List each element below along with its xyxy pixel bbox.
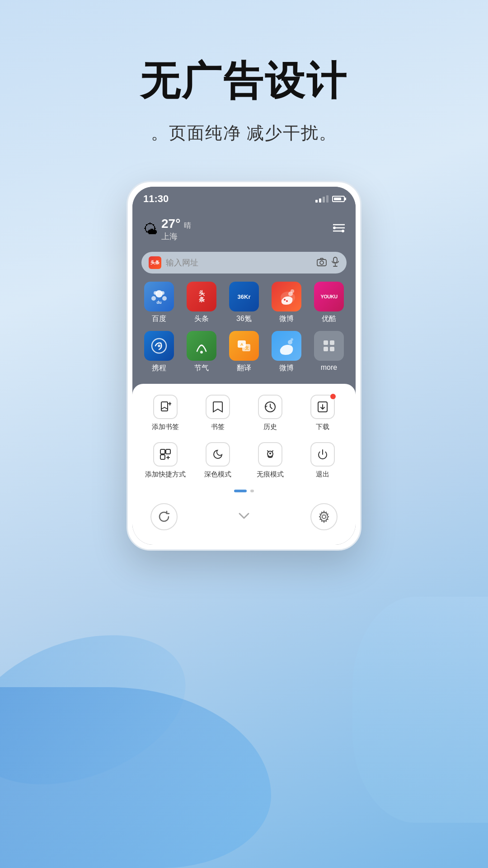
baidu-label: 百度 <box>152 314 166 324</box>
svg-point-18 <box>291 289 294 293</box>
add-bookmark-icon <box>153 395 178 419</box>
svg-point-12 <box>162 296 167 301</box>
weather-icon: 🌤 <box>143 221 158 238</box>
svg-text:A: A <box>240 342 244 347</box>
menu-download[interactable]: 下载 <box>299 395 347 431</box>
app-baidu[interactable]: du 百度 <box>141 282 177 324</box>
svg-rect-42 <box>160 455 165 459</box>
svg-point-4 <box>342 230 344 232</box>
svg-point-11 <box>151 296 156 301</box>
bottom-bar <box>141 500 347 536</box>
app-grid: du 百度 头条 头条 36Kr <box>141 280 347 375</box>
dark-mode-label: 深色模式 <box>204 470 231 479</box>
status-bar: 11:30 <box>132 187 356 208</box>
weather-city: 上海 <box>161 231 178 242</box>
incognito-icon <box>258 442 282 467</box>
exit-icon <box>310 442 335 467</box>
bg-decoration-3 <box>352 597 488 823</box>
36kr-icon: 36Kr <box>229 282 259 311</box>
phone-screen: 11:30 🌤 <box>132 187 356 545</box>
history-icon <box>258 395 282 419</box>
app-jieqi[interactable]: 节气 <box>184 331 219 373</box>
download-badge <box>330 394 336 399</box>
app-xiecheng[interactable]: 携程 <box>141 331 177 373</box>
download-icon <box>310 395 335 419</box>
add-bookmark-label: 添加书签 <box>152 423 179 431</box>
svg-rect-5 <box>317 259 326 266</box>
app-36kr[interactable]: 36Kr 36氪 <box>226 282 262 324</box>
svg-point-50 <box>322 515 326 519</box>
jieqi-label: 节气 <box>194 363 209 373</box>
download-label: 下载 <box>316 423 329 431</box>
search-bar[interactable]: 头条 输入网址 <box>141 252 347 274</box>
svg-rect-40 <box>160 449 165 454</box>
exit-label: 退出 <box>316 470 329 479</box>
fanyi-label: 翻译 <box>237 363 251 373</box>
svg-point-22 <box>158 344 160 347</box>
bottom-menu-row2: 添加快捷方式 深色模式 <box>141 442 347 479</box>
svg-point-13 <box>154 291 157 295</box>
weather-label: 晴 <box>184 221 191 231</box>
menu-history[interactable]: 历史 <box>246 395 294 431</box>
svg-text:文: 文 <box>245 346 249 350</box>
bottom-sheet: 添加书签 书签 <box>132 384 356 545</box>
history-label: 历史 <box>263 423 277 431</box>
more-icon <box>314 331 344 361</box>
svg-rect-33 <box>330 347 334 351</box>
menu-add-bookmark[interactable]: 添加书签 <box>141 395 189 431</box>
menu-dark-mode[interactable]: 深色模式 <box>194 442 242 479</box>
camera-icon[interactable] <box>317 257 327 269</box>
svg-point-3 <box>333 226 336 229</box>
chevron-down-icon[interactable] <box>237 510 251 523</box>
page-dot-active <box>234 490 247 492</box>
xiecheng-icon <box>144 331 174 361</box>
fanyi-icon: A 文 <box>229 331 259 361</box>
refresh-button[interactable] <box>150 503 178 530</box>
svg-point-29 <box>291 338 293 341</box>
svg-point-14 <box>161 291 164 295</box>
app-more[interactable]: more <box>311 331 347 373</box>
youku-icon: YOUKU <box>314 282 344 311</box>
svg-point-6 <box>320 261 324 264</box>
app-fanyi[interactable]: A 文 翻译 <box>226 331 262 373</box>
search-placeholder: 输入网址 <box>166 257 312 268</box>
dark-mode-icon <box>206 442 230 467</box>
svg-rect-41 <box>166 449 170 454</box>
jieqi-icon <box>187 331 216 361</box>
mic-icon[interactable] <box>331 257 339 269</box>
subtitle: 。页面纯净 减少干扰。 <box>151 122 338 145</box>
menu-bookmark[interactable]: 书签 <box>194 395 242 431</box>
add-shortcut-icon <box>153 442 178 467</box>
menu-incognito[interactable]: 无痕模式 <box>246 442 294 479</box>
36kr-label: 36氪 <box>236 314 252 324</box>
settings-button[interactable] <box>333 223 345 235</box>
baidu-icon: du <box>144 282 174 311</box>
settings-button-bottom[interactable] <box>310 503 338 530</box>
weather-temp: 27° <box>161 217 180 231</box>
toutiao-label: 头条 <box>194 314 209 324</box>
menu-add-shortcut[interactable]: 添加快捷方式 <box>141 442 189 479</box>
svg-line-47 <box>267 451 268 452</box>
svg-text:du: du <box>157 300 162 305</box>
signal-icon <box>315 195 328 203</box>
app-weibo2[interactable]: 微博 <box>269 331 304 373</box>
app-weibo1[interactable]: 微博 <box>269 282 304 324</box>
battery-icon <box>332 196 345 202</box>
page-indicator <box>141 490 347 492</box>
svg-rect-32 <box>324 347 328 351</box>
app-toutiao[interactable]: 头条 头条 <box>184 282 219 324</box>
youku-label: 优酷 <box>322 314 336 324</box>
app-youku[interactable]: YOUKU 优酷 <box>311 282 347 324</box>
bookmark-label: 书签 <box>211 423 225 431</box>
page-dot-inactive <box>250 490 254 492</box>
weather-row: 🌤 27° 晴 上海 <box>141 213 347 245</box>
weather-left: 🌤 27° 晴 上海 <box>143 217 191 242</box>
svg-point-19 <box>284 299 286 301</box>
svg-point-46 <box>269 453 271 454</box>
menu-exit[interactable]: 退出 <box>299 442 347 479</box>
weibo2-icon <box>272 331 301 361</box>
bookmark-icon <box>206 395 230 419</box>
status-time: 11:30 <box>143 193 169 205</box>
phone-mockup: 11:30 🌤 <box>127 181 361 551</box>
status-icons <box>315 195 345 203</box>
